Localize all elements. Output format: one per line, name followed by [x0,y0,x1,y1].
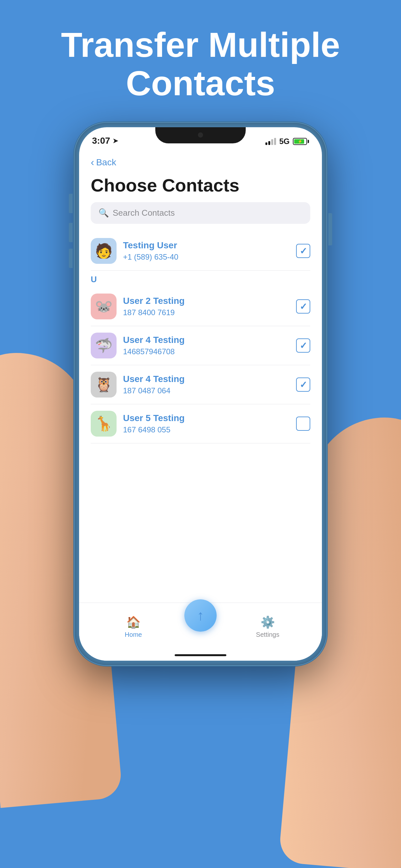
phone-screen: 3:07 ➤ 5G ⚡ [79,127,322,661]
section-header-u: U [91,271,310,287]
contact-phone: 146857946708 [123,347,296,356]
network-type: 5G [279,137,289,146]
contact-name: User 4 Testing [123,374,296,384]
search-bar[interactable]: 🔍 Search Contacts [91,202,310,224]
contact-phone: +1 (589) 635-40 [123,252,296,261]
contact-info: User 5 Testing 167 6498 055 [123,413,296,434]
contact-name: User 5 Testing [123,413,296,423]
contact-name: User 2 Testing [123,296,296,306]
contact-checkbox[interactable] [296,416,310,431]
tab-settings[interactable]: ⚙️ Settings [220,616,315,639]
contact-phone: 187 0487 064 [123,386,296,395]
contact-info: Testing User +1 (589) 635-40 [123,240,296,261]
search-icon: 🔍 [98,208,109,218]
back-button[interactable]: ‹ Back [79,150,322,172]
hero-title: Transfer Multiple Contacts [0,26,401,103]
avatar: 🦈 [91,333,117,359]
back-label: Back [96,157,116,167]
contact-checkbox[interactable] [296,299,310,314]
avatar: 🦉 [91,372,117,398]
contact-checkbox[interactable] [296,244,310,258]
front-camera [197,132,204,138]
avatar: 🦒 [91,411,117,437]
settings-tab-label: Settings [256,631,279,639]
contact-checkbox[interactable] [296,338,310,352]
contact-phone: 187 8400 7619 [123,308,296,317]
avatar: 🧑 [91,238,117,264]
list-item[interactable]: 🐭 User 2 Testing 187 8400 7619 [91,287,310,326]
status-time: 3:07 ➤ [92,135,118,146]
list-item[interactable]: 🧑 Testing User +1 (589) 635-40 [91,231,310,271]
contact-info: User 4 Testing 146857946708 [123,335,296,356]
settings-icon: ⚙️ [260,616,275,629]
avatar: 🐭 [91,293,117,319]
search-input[interactable]: Search Contacts [113,208,175,218]
list-item[interactable]: 🦒 User 5 Testing 167 6498 055 [91,404,310,443]
home-tab-label: Home [125,631,142,639]
list-item[interactable]: 🦈 User 4 Testing 146857946708 [91,326,310,365]
signal-icon [266,138,276,145]
battery-icon: ⚡ [293,138,309,145]
contact-phone: 167 6498 055 [123,425,296,434]
contact-info: User 4 Testing 187 0487 064 [123,374,296,395]
share-icon: ↑ [197,608,204,624]
phone-frame: 3:07 ➤ 5G ⚡ [74,123,327,665]
contact-info: User 2 Testing 187 8400 7619 [123,296,296,317]
phone-notch [155,127,246,144]
share-fab-button[interactable]: ↑ [184,599,217,631]
back-chevron-icon: ‹ [91,156,94,168]
app-content: ‹ Back Choose Contacts 🔍 Search Contacts… [79,150,322,661]
list-item[interactable]: 🦉 User 4 Testing 187 0487 064 [91,365,310,404]
contact-name: Testing User [123,240,296,251]
home-icon: 🏠 [126,616,141,629]
page-title: Choose Contacts [79,172,322,202]
phone-wrapper: 3:07 ➤ 5G ⚡ [74,123,327,665]
home-indicator [175,654,226,656]
contacts-list: 🧑 Testing User +1 (589) 635-40 U 🐭 [79,231,322,661]
contact-name: User 4 Testing [123,335,296,345]
contact-checkbox[interactable] [296,377,310,392]
tab-home[interactable]: 🏠 Home [86,616,181,639]
status-right: 5G ⚡ [266,137,309,146]
